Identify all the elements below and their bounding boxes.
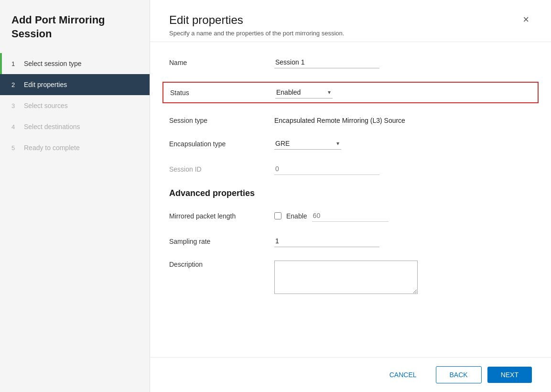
session-type-label: Session type: [169, 117, 274, 124]
step-label-5: Ready to complete: [24, 144, 80, 152]
description-textarea[interactable]: [274, 261, 418, 294]
status-control: Enabled Disabled ▾: [275, 87, 531, 98]
mirrored-packet-checkbox[interactable]: [274, 212, 281, 219]
sidebar-step-2[interactable]: 2 Edit properties: [0, 74, 150, 95]
encapsulation-select[interactable]: GRE: [274, 138, 341, 149]
cancel-button[interactable]: CANCEL: [376, 367, 430, 383]
sidebar-step-1[interactable]: 1 Select session type: [0, 53, 150, 74]
main-body: Name Status Enabled Disabled ▾: [150, 42, 551, 357]
step-label-3: Select sources: [24, 102, 68, 109]
step-label-4: Select destinations: [24, 123, 80, 131]
encapsulation-type-label: Encapsulation type: [169, 140, 274, 148]
step-num-2: 2: [11, 81, 19, 88]
main-title: Edit properties: [169, 13, 344, 27]
name-label: Name: [169, 59, 274, 66]
status-label: Status: [170, 89, 275, 97]
mirrored-control-group: Enable: [274, 210, 532, 222]
packet-length-input[interactable]: [312, 210, 389, 222]
encap-select-wrapper: GRE ▾: [274, 138, 341, 150]
step-visited-indicator: [0, 53, 2, 74]
status-select-wrapper: Enabled Disabled ▾: [275, 87, 333, 98]
main-title-block: Edit properties Specify a name and the p…: [169, 13, 344, 37]
step-num-4: 4: [11, 123, 19, 131]
sidebar-title: Add Port Mirroring Session: [0, 0, 150, 49]
session-id-row: Session ID: [169, 163, 532, 175]
step-num-5: 5: [11, 144, 19, 152]
step-label-1: Select session type: [24, 60, 82, 67]
sampling-rate-control: [274, 235, 532, 247]
next-button[interactable]: NEXT: [487, 367, 532, 383]
sampling-rate-label: Sampling rate: [169, 238, 274, 245]
session-id-label: Session ID: [169, 165, 274, 173]
mirrored-packet-control: Enable: [274, 210, 532, 222]
description-label: Description: [169, 261, 274, 268]
session-type-row: Session type Encapsulated Remote Mirrori…: [169, 117, 532, 124]
sidebar-step-4[interactable]: 4 Select destinations: [0, 116, 150, 137]
main-subtitle: Specify a name and the properties of the…: [169, 30, 344, 37]
main-footer: CANCEL BACK NEXT: [150, 357, 551, 392]
session-id-input[interactable]: [274, 163, 379, 175]
step-num-3: 3: [11, 102, 19, 109]
back-button[interactable]: BACK: [436, 366, 482, 383]
encapsulation-type-row: Encapsulation type GRE ▾: [169, 138, 532, 150]
name-row: Name: [169, 56, 532, 68]
session-type-value: Encapsulated Remote Mirroring (L3) Sourc…: [274, 117, 405, 124]
session-id-control: [274, 163, 532, 175]
sidebar-step-3[interactable]: 3 Select sources: [0, 95, 150, 116]
session-type-control: Encapsulated Remote Mirroring (L3) Sourc…: [274, 117, 532, 124]
description-control: [274, 261, 532, 295]
description-row: Description: [169, 261, 532, 295]
name-input[interactable]: [274, 56, 379, 68]
sidebar-step-5[interactable]: 5 Ready to complete: [0, 137, 150, 158]
main-panel: Edit properties Specify a name and the p…: [150, 0, 551, 392]
advanced-section-title: Advanced properties: [169, 188, 532, 198]
status-row-highlighted: Status Enabled Disabled ▾: [162, 82, 539, 103]
main-header: Edit properties Specify a name and the p…: [150, 0, 551, 42]
sampling-rate-input[interactable]: [274, 235, 379, 247]
close-button[interactable]: ×: [520, 13, 532, 26]
sidebar-steps: 1 Select session type 2 Edit properties …: [0, 53, 150, 158]
mirrored-packet-row: Mirrored packet length Enable: [169, 210, 532, 222]
name-control: [274, 56, 532, 68]
encapsulation-type-control: GRE ▾: [274, 138, 532, 150]
dialog: Add Port Mirroring Session 1 Select sess…: [0, 0, 551, 392]
step-num-1: 1: [11, 60, 19, 67]
status-select[interactable]: Enabled Disabled: [275, 87, 333, 98]
step-label-2: Edit properties: [24, 81, 67, 88]
sampling-rate-row: Sampling rate: [169, 235, 532, 247]
mirrored-packet-label: Mirrored packet length: [169, 212, 274, 220]
enable-label: Enable: [286, 212, 307, 220]
sidebar: Add Port Mirroring Session 1 Select sess…: [0, 0, 150, 392]
